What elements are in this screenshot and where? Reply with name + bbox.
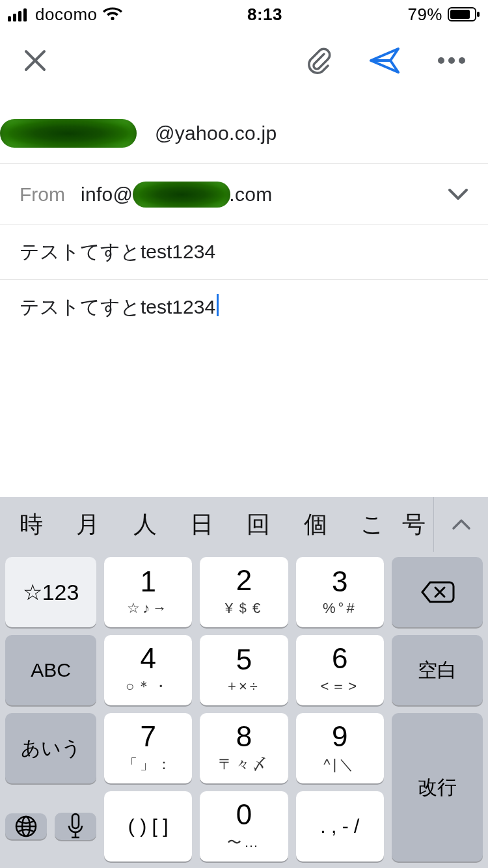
globe-icon: [13, 813, 39, 839]
chevron-up-icon: [452, 519, 471, 530]
send-icon: [370, 46, 401, 75]
chevron-down-icon[interactable]: [448, 188, 468, 201]
to-field[interactable]: @yahoo.co.jp: [0, 103, 488, 164]
battery-icon: [448, 7, 480, 21]
paperclip-icon: [305, 46, 333, 75]
key-4[interactable]: 4○＊・: [104, 635, 192, 705]
candidate[interactable]: 時: [3, 509, 59, 541]
from-label: From: [20, 183, 65, 206]
attach-button[interactable]: [305, 46, 333, 77]
svg-rect-1: [13, 14, 16, 21]
to-address-suffix: @yahoo.co.jp: [155, 122, 277, 144]
svg-rect-5: [450, 10, 470, 19]
key-backspace[interactable]: [392, 557, 483, 627]
candidate[interactable]: 月: [59, 509, 116, 541]
key-3[interactable]: 3%°#: [296, 557, 384, 627]
key-2[interactable]: 2¥＄€: [200, 557, 288, 627]
text-cursor: [217, 294, 219, 316]
key-mode-kana[interactable]: あいう: [5, 713, 96, 783]
svg-rect-0: [8, 16, 11, 21]
candidate[interactable]: 回: [230, 509, 287, 541]
key-mode-numsym[interactable]: ☆123: [5, 557, 96, 627]
svg-rect-6: [477, 12, 480, 17]
svg-rect-14: [72, 814, 79, 828]
key-9[interactable]: 9^|＼: [296, 713, 384, 783]
mic-icon: [66, 813, 85, 840]
keyboard: 時 月 人 日 回 個 こ 号 ☆123 1☆♪→ 2¥＄€ 3%°#: [0, 497, 488, 868]
svg-point-10: [459, 57, 465, 64]
more-icon: [437, 57, 466, 64]
svg-point-9: [448, 57, 455, 64]
candidate[interactable]: 日: [173, 509, 230, 541]
clock: 8:13: [247, 5, 282, 25]
close-icon: [22, 47, 48, 74]
svg-rect-2: [18, 11, 21, 21]
key-mode-abc[interactable]: ABC: [5, 635, 96, 705]
redacted-mark: [0, 119, 137, 148]
backspace-icon: [420, 580, 455, 604]
key-globe-mic-group: [5, 791, 96, 861]
subject-field[interactable]: テストてすとtest1234: [0, 225, 488, 280]
key-1[interactable]: 1☆♪→: [104, 557, 192, 627]
close-button[interactable]: [22, 47, 48, 75]
key-globe[interactable]: [5, 813, 47, 839]
svg-point-8: [438, 57, 444, 64]
carrier-label: docomo: [35, 5, 98, 25]
key-return[interactable]: 改行: [392, 713, 483, 861]
key-brackets[interactable]: ( ) [ ]: [104, 791, 192, 861]
candidate[interactable]: こ: [344, 509, 401, 541]
key-7[interactable]: 7「」：: [104, 713, 192, 783]
candidate[interactable]: 個: [287, 509, 344, 541]
redacted-mark: [133, 182, 230, 208]
body-field[interactable]: テストてすとtest1234: [0, 280, 488, 497]
subject-text: テストてすとtest1234: [20, 239, 215, 265]
body-text: テストてすとtest1234: [20, 296, 215, 318]
key-mic[interactable]: [55, 813, 96, 840]
status-bar: docomo 8:13 79%: [0, 0, 488, 29]
key-5[interactable]: 5+×÷: [200, 635, 288, 705]
wifi-icon: [103, 7, 122, 21]
key-punct[interactable]: . , - /: [296, 791, 384, 861]
candidate-bar: 時 月 人 日 回 個 こ 号: [0, 497, 488, 552]
from-address-suffix: .com: [229, 183, 272, 206]
battery-percentage: 79%: [407, 5, 442, 25]
send-button[interactable]: [370, 46, 401, 77]
candidate[interactable]: 人: [116, 509, 173, 541]
from-field[interactable]: From info@ .com: [0, 164, 488, 225]
cellular-signal-icon: [8, 7, 30, 21]
compose-toolbar: [0, 29, 488, 94]
candidate-expand-button[interactable]: [433, 497, 488, 552]
key-6[interactable]: 6<＝>: [296, 635, 384, 705]
candidate[interactable]: 号: [401, 509, 427, 541]
key-0[interactable]: 0〜…: [200, 791, 288, 861]
key-space[interactable]: 空白: [392, 635, 483, 705]
from-address-prefix: info@: [81, 183, 133, 206]
svg-rect-3: [23, 8, 27, 21]
key-8[interactable]: 8〒々〆: [200, 713, 288, 783]
more-button[interactable]: [437, 57, 466, 66]
